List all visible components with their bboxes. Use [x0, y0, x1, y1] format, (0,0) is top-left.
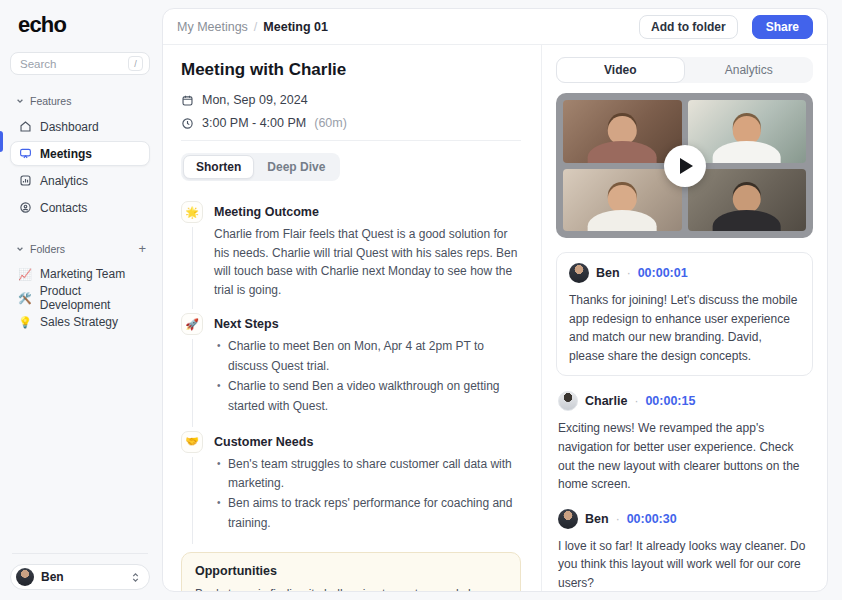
speaker-name: Ben [596, 266, 620, 280]
features-section-label: Features [30, 95, 71, 107]
app-logo: echo [18, 12, 150, 38]
avatar [558, 391, 578, 411]
user-name: Ben [41, 570, 124, 584]
star-icon: 🌟 [181, 201, 203, 223]
user-switcher[interactable]: Ben [10, 564, 150, 590]
divider [181, 140, 521, 141]
sidebar-item-label: Meetings [40, 147, 92, 161]
sidebar: echo / Features Dashboard Meetings Analy… [0, 0, 158, 600]
clock-icon [181, 117, 194, 130]
transcript-entry[interactable]: Ben · 00:00:01 Thanks for joining! Let's… [556, 252, 813, 376]
transcript-text: I love it so far! It already looks way c… [558, 537, 811, 591]
meeting-date: Mon, Sep 09, 2024 [202, 93, 308, 107]
section-title: Meeting Outcome [214, 201, 521, 219]
share-button[interactable]: Share [752, 15, 813, 39]
transcript-entry[interactable]: Ben · 00:00:30 I love it so far! It alre… [556, 509, 813, 591]
divider [12, 553, 148, 554]
panel-tabs: Video Analytics [556, 57, 813, 83]
hammer-wrench-icon: 🛠️ [18, 293, 32, 304]
sidebar-folder-product-development[interactable]: 🛠️ Product Development [10, 286, 150, 310]
play-button[interactable] [664, 145, 706, 187]
avatar [16, 568, 34, 586]
bullet-item: Charlie to meet Ben on Mon, Apr 4 at 2pm… [214, 337, 521, 377]
summary-section-customer-needs: 🤝 Customer Needs Ben's team struggles to… [181, 431, 521, 548]
section-title: Next Steps [214, 313, 521, 331]
sidebar-item-analytics[interactable]: Analytics [10, 168, 150, 193]
folder-label: Marketing Team [40, 267, 125, 281]
video-thumbnail [688, 169, 807, 232]
sidebar-item-label: Analytics [40, 174, 88, 188]
folders-section-label: Folders [30, 243, 65, 255]
sidebar-folder-marketing-team[interactable]: 📈 Marketing Team [10, 262, 150, 286]
video-player[interactable] [556, 93, 813, 238]
avatar [558, 509, 578, 529]
add-folder-button[interactable]: + [136, 242, 148, 255]
meeting-time: 3:00 PM - 4:00 PM [202, 116, 306, 130]
tab-video[interactable]: Video [556, 57, 685, 83]
section-connector [192, 457, 193, 544]
media-column: Video Analytics Ben · [542, 45, 827, 591]
bullet-item: Ben aims to track reps' performance for … [214, 494, 521, 534]
meeting-duration: (60m) [314, 116, 347, 130]
search-input[interactable] [20, 58, 122, 70]
folder-label: Sales Strategy [40, 315, 118, 329]
meeting-time-row: 3:00 PM - 4:00 PM (60m) [181, 116, 521, 130]
rocket-icon: 🚀 [181, 313, 203, 335]
transcript-entry[interactable]: Charlie · 00:00:15 Exciting news! We rev… [556, 391, 813, 493]
timestamp-link[interactable]: 00:00:15 [645, 394, 695, 408]
bullet-item: Charlie to send Ben a video walkthrough … [214, 377, 521, 417]
search-box[interactable]: / [10, 52, 150, 75]
handshake-icon: 🤝 [181, 431, 203, 453]
transcript-text: Exciting news! We revamped the app's nav… [558, 419, 811, 493]
sidebar-folder-sales-strategy[interactable]: 💡 Sales Strategy [10, 310, 150, 334]
summary-section-next-steps: 🚀 Next Steps Charlie to meet Ben on Mon,… [181, 313, 521, 430]
calendar-icon [181, 94, 194, 107]
deep-dive-button[interactable]: Deep Dive [254, 155, 338, 179]
breadcrumb-current: Meeting 01 [263, 20, 328, 34]
shorten-button[interactable]: Shorten [183, 155, 254, 179]
section-connector [192, 227, 193, 309]
sidebar-item-label: Contacts [40, 201, 87, 215]
home-icon [19, 120, 32, 133]
section-connector [192, 339, 193, 426]
section-text: Charlie from Flair feels that Quest is a… [214, 225, 521, 299]
chevron-down-icon [16, 245, 24, 253]
opportunities-text: Ben's team is finding it challenging to … [195, 585, 507, 591]
breadcrumb-separator: / [254, 20, 257, 34]
summary-mode-toggle: Shorten Deep Dive [181, 153, 340, 181]
section-title: Customer Needs [214, 431, 521, 449]
speaker-name: Charlie [585, 394, 627, 408]
features-section-header[interactable]: Features [16, 95, 148, 107]
play-icon [680, 158, 693, 174]
summary-column: Meeting with Charlie Mon, Sep 09, 2024 3… [163, 45, 542, 591]
chevron-down-icon [16, 97, 24, 105]
contacts-icon [19, 201, 32, 214]
opportunities-callout: Opportunities Ben's team is finding it c… [181, 552, 521, 591]
sidebar-item-contacts[interactable]: Contacts [10, 195, 150, 220]
video-thumbnail [563, 100, 682, 163]
topbar: My Meetings / Meeting 01 Add to folder S… [163, 9, 827, 45]
chevron-updown-icon [131, 572, 140, 583]
folders-section-header[interactable]: Folders + [16, 242, 148, 255]
timestamp-link[interactable]: 00:00:30 [627, 512, 677, 526]
meeting-date-row: Mon, Sep 09, 2024 [181, 93, 521, 107]
transcript-list: Ben · 00:00:01 Thanks for joining! Let's… [556, 252, 813, 591]
main-card: My Meetings / Meeting 01 Add to folder S… [162, 8, 828, 592]
meeting-title: Meeting with Charlie [181, 60, 521, 80]
light-bulb-icon: 💡 [18, 317, 32, 328]
tab-analytics[interactable]: Analytics [685, 57, 814, 83]
folder-label: Product Development [40, 284, 142, 312]
add-to-folder-button[interactable]: Add to folder [639, 15, 738, 39]
video-thumbnail [563, 169, 682, 232]
avatar [569, 263, 589, 283]
speaker-name: Ben [585, 512, 609, 526]
analytics-icon [19, 174, 32, 187]
search-shortcut-key: / [128, 56, 143, 71]
breadcrumb-parent[interactable]: My Meetings [177, 20, 248, 34]
sidebar-item-meetings[interactable]: Meetings [10, 141, 150, 166]
timestamp-link[interactable]: 00:00:01 [638, 266, 688, 280]
video-thumbnail [688, 100, 807, 163]
sidebar-item-dashboard[interactable]: Dashboard [10, 114, 150, 139]
chart-increasing-icon: 📈 [18, 269, 32, 280]
transcript-text: Thanks for joining! Let's discuss the mo… [569, 291, 800, 365]
